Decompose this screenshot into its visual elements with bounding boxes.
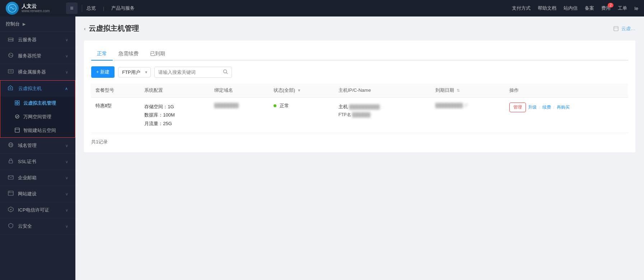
upgrade-link[interactable]: 升级 <box>528 104 537 110</box>
tab-normal[interactable]: 正常 <box>91 48 113 61</box>
sidebar-item-label: 裸金属服务器 <box>18 69 62 75</box>
sidebar-item-label: 服务器托管 <box>18 53 62 59</box>
renew-link[interactable]: 续费 <box>542 104 551 110</box>
sidebar-item-bare-metal[interactable]: 裸金属服务器 ∨ <box>0 64 75 80</box>
back-button[interactable]: ‹ <box>84 26 86 32</box>
manage-button[interactable]: 管理 <box>509 103 526 112</box>
tab-expired[interactable]: 已到期 <box>144 48 171 61</box>
svg-rect-12 <box>18 101 19 103</box>
nav-help-docs[interactable]: 帮助文档 <box>538 5 556 11</box>
chevron-down-icon: ∨ <box>65 160 68 164</box>
sidebar-subitem-label: 云虚拟主机管理 <box>23 100 56 106</box>
chevron-up-icon: ∧ <box>65 86 68 91</box>
fees-badge: 2 <box>608 3 613 8</box>
server-hosting-icon <box>7 52 14 60</box>
cloud-security-icon <box>7 223 14 230</box>
ftp-name-value: FTP名 ██████ <box>339 111 427 119</box>
nav-link-products[interactable]: 产品与服务 <box>111 5 135 11</box>
search-input[interactable] <box>155 67 219 77</box>
col-package: 套餐型号 <box>91 84 140 98</box>
page-title: 云虚拟主机管理 <box>89 24 139 33</box>
sidebar-item-domain[interactable]: 域名管理 ∨ <box>0 138 75 154</box>
config-storage: 存储空间：1G <box>144 103 205 111</box>
chevron-down-icon: ∨ <box>65 208 68 213</box>
table-row: 特惠Ⅱ型 存储空间：1G 数据库：100M 月流量：25G ████████ <box>91 98 628 133</box>
nav-beian[interactable]: 备案 <box>585 5 594 11</box>
cell-config: 存储空间：1G 数据库：100M 月流量：25G <box>140 98 210 133</box>
nav-messages[interactable]: 站内信 <box>564 5 578 11</box>
sidebar-subitem-virtual-host-mgmt[interactable]: 云虚拟主机管理 <box>0 96 75 110</box>
search-button[interactable] <box>219 67 232 77</box>
sidebar-subitem-smart-site[interactable]: 智能建站云空间 <box>0 124 75 137</box>
sidebar-item-server-hosting[interactable]: 服务器托管 ∨ <box>0 48 75 64</box>
ssl-icon <box>7 158 14 165</box>
col-action: 操作 <box>505 84 628 98</box>
col-expiry[interactable]: 到期日期 ⇅ <box>431 84 505 98</box>
nav-divider <box>82 5 82 12</box>
col-host-ip: 主机IP/C-Name <box>334 84 431 98</box>
rebuy-link[interactable]: 再购买 <box>557 104 570 110</box>
sidebar-group-virtual-host: 云虚拟主机 ∧ 云虚拟主机管理 <box>0 80 75 138</box>
new-button[interactable]: + 新建 <box>91 66 115 78</box>
chevron-down-icon: ∨ <box>65 192 68 196</box>
hamburger-button[interactable]: ≡ <box>66 3 78 14</box>
ftp-user-select-wrap: FTP用户 ▼ <box>118 67 151 77</box>
cell-package: 特惠Ⅱ型 <box>91 98 140 133</box>
config-database: 数据库：100M <box>144 111 205 119</box>
main-layout: 控制台 ▶ 云服务器 ∨ 服 <box>0 16 644 280</box>
chevron-down-icon: ∨ <box>65 176 68 180</box>
website-icon <box>7 190 14 198</box>
nav-fees[interactable]: 费用 2 <box>601 5 611 11</box>
tab-bar: 正常 急需续费 已到期 <box>91 48 628 61</box>
chevron-down-icon: ∨ <box>65 38 68 42</box>
config-traffic: 月流量：25G <box>144 119 205 128</box>
breadcrumb-link[interactable]: 云虚… <box>621 26 635 31</box>
host-ip-value: 主机 ██████████… <box>339 103 427 111</box>
sidebar-item-label: SSL证书 <box>18 158 62 165</box>
svg-point-3 <box>12 38 13 39</box>
chevron-down-icon: ∨ <box>65 54 68 58</box>
breadcrumb-right: 云虚… <box>613 25 635 32</box>
svg-rect-14 <box>18 103 19 105</box>
wangwang-space-icon <box>15 114 20 120</box>
sidebar-subitem-wangwang-space[interactable]: 万网空间管理 <box>0 110 75 124</box>
page-header: ‹ 云虚拟主机管理 云虚… <box>84 24 635 33</box>
sidebar: 控制台 ▶ 云服务器 ∨ 服 <box>0 16 75 280</box>
svg-line-30 <box>227 72 228 74</box>
svg-rect-13 <box>15 103 17 105</box>
sidebar-item-ssl[interactable]: SSL证书 ∨ <box>0 154 75 170</box>
chevron-down-icon: ∨ <box>65 143 68 148</box>
nav-workorder[interactable]: 工单 <box>618 5 627 11</box>
col-status[interactable]: 状态(全部) ▼ <box>269 84 334 98</box>
svg-point-4 <box>12 40 13 41</box>
search-wrap <box>154 67 232 78</box>
sidebar-item-label: 云服务器 <box>18 37 62 43</box>
cell-host-ip: 主机 ██████████… FTP名 ██████ <box>334 98 431 133</box>
main-content: ‹ 云虚拟主机管理 云虚… 正常 急需续费 已到期 <box>75 16 644 280</box>
svg-rect-27 <box>614 27 618 31</box>
svg-rect-16 <box>15 128 19 132</box>
sidebar-control-panel[interactable]: 控制台 ▶ <box>0 16 75 32</box>
nav-link-overview[interactable]: 总览 <box>87 5 96 11</box>
col-domain: 绑定域名 <box>210 84 269 98</box>
sort-icon[interactable]: ⇅ <box>457 88 460 92</box>
sidebar-item-label: 云安全 <box>18 223 62 229</box>
sidebar-control-arrow: ▶ <box>23 22 25 27</box>
ftp-user-select[interactable]: FTP用户 <box>118 67 151 77</box>
sidebar-item-website[interactable]: 网站建设 ∨ <box>0 186 75 202</box>
status-filter-icon[interactable]: ▼ <box>297 88 301 92</box>
sidebar-item-label: 域名管理 <box>18 142 62 149</box>
sidebar-item-cloud-server[interactable]: 云服务器 ∨ <box>0 32 75 48</box>
sidebar-item-virtual-host[interactable]: 云虚拟主机 ∧ <box>0 81 75 96</box>
col-config: 系统配置 <box>140 84 210 98</box>
svg-point-10 <box>10 87 11 89</box>
tab-urgent-renew[interactable]: 急需续费 <box>113 48 144 61</box>
sidebar-item-email[interactable]: 企业邮箱 ∨ <box>0 170 75 186</box>
nav-payment[interactable]: 支付方式 <box>512 5 531 11</box>
sidebar-item-label: 云虚拟主机 <box>18 85 61 92</box>
svg-point-15 <box>15 115 19 118</box>
sidebar-item-icp[interactable]: ICP电信许可证 ∨ <box>0 202 75 218</box>
virtual-host-icon <box>8 85 15 92</box>
sidebar-item-cloud-security[interactable]: 云安全 ∨ <box>0 218 75 234</box>
svg-marker-9 <box>8 86 13 90</box>
